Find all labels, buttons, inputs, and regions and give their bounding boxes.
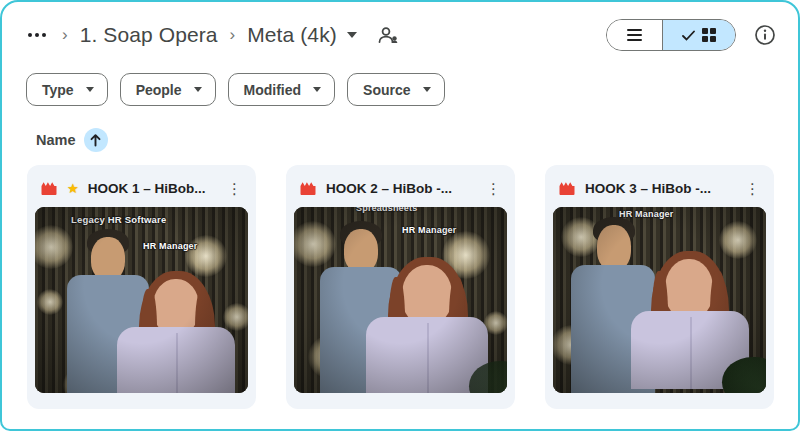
video-thumbnail[interactable]: Spreadsheets HR Manager (294, 207, 507, 393)
video-thumbnail[interactable]: Legacy HR Software HR Manager (35, 207, 248, 393)
layout-toggle (606, 19, 736, 51)
thumbnail-scene: HR Manager (553, 207, 766, 393)
video-file-icon (558, 181, 576, 196)
chevron-right-icon: › (62, 25, 68, 45)
drive-folder-window: › 1. Soap Opera › Meta (4k) (0, 0, 800, 431)
file-menu-icon[interactable]: ⋮ (480, 181, 507, 196)
video-file-icon (40, 181, 58, 196)
caret-down-icon (423, 87, 431, 92)
breadcrumb-parent-folder[interactable]: 1. Soap Opera (80, 23, 218, 47)
check-icon (682, 30, 695, 41)
filter-chip-label: People (136, 82, 182, 98)
man-figure (91, 237, 125, 281)
filter-chip-label: Source (363, 82, 410, 98)
man-figure (344, 229, 378, 273)
sort-direction-button[interactable] (84, 128, 108, 152)
file-grid: ★ HOOK 1 – HiBob... ⋮ (2, 152, 798, 409)
thumbnail-caption: HR Manager (402, 225, 457, 235)
thumbnail-scene: Spreadsheets HR Manager (294, 207, 507, 393)
thumbnail-caption: Spreadsheets (356, 207, 417, 213)
filter-chip-modified[interactable]: Modified (228, 73, 336, 106)
breadcrumb-current-folder[interactable]: Meta (4k) (247, 23, 337, 47)
plant-decor (722, 357, 766, 393)
sort-header: Name (2, 106, 798, 152)
folder-menu-caret-icon[interactable] (347, 32, 357, 38)
file-card-header: HOOK 3 – HiBob -... ⋮ (545, 165, 774, 207)
filter-chip-people[interactable]: People (120, 73, 216, 106)
file-card-hook-2[interactable]: HOOK 2 – HiBob -... ⋮ (286, 165, 515, 409)
caret-down-icon (313, 87, 321, 92)
man-figure (597, 225, 631, 271)
info-icon[interactable] (754, 24, 776, 46)
breadcrumb: › 1. Soap Opera › Meta (4k) (2, 2, 798, 52)
caret-down-icon (86, 87, 94, 92)
filter-chip-label: Type (42, 82, 74, 98)
filter-chip-label: Modified (244, 82, 302, 98)
manage-members-icon[interactable] (377, 26, 399, 44)
file-title: HOOK 1 – HiBob... (88, 181, 212, 196)
file-title: HOOK 2 – HiBob -... (326, 181, 471, 196)
video-thumbnail[interactable]: HR Manager (553, 207, 766, 393)
arrow-up-icon (89, 133, 102, 147)
grid-view-icon (702, 28, 716, 42)
chevron-right-icon: › (230, 25, 236, 45)
breadcrumb-overflow-icon[interactable] (24, 29, 50, 41)
thumbnail-caption: HR Manager (143, 241, 198, 251)
thumbnail-caption: Legacy HR Software (71, 214, 166, 225)
sort-by-name-button[interactable]: Name (36, 132, 76, 148)
file-card-hook-1[interactable]: ★ HOOK 1 – HiBob... ⋮ (27, 165, 256, 409)
filter-bar: Type People Modified Source (2, 52, 798, 106)
file-title: HOOK 3 – HiBob -... (585, 181, 730, 196)
thumbnail-caption: HR Manager (619, 209, 674, 219)
filter-chip-source[interactable]: Source (347, 73, 444, 106)
list-view-button[interactable] (607, 20, 663, 50)
star-icon: ★ (67, 181, 79, 196)
file-menu-icon[interactable]: ⋮ (221, 181, 248, 196)
file-menu-icon[interactable]: ⋮ (739, 181, 766, 196)
video-file-icon (299, 181, 317, 196)
grid-view-button[interactable] (663, 20, 735, 50)
list-view-icon (627, 29, 642, 41)
file-card-header: ★ HOOK 1 – HiBob... ⋮ (27, 165, 256, 207)
caret-down-icon (194, 87, 202, 92)
file-card-hook-3[interactable]: HOOK 3 – HiBob -... ⋮ (545, 165, 774, 409)
file-card-header: HOOK 2 – HiBob -... ⋮ (286, 165, 515, 207)
thumbnail-scene: Legacy HR Software HR Manager (35, 207, 248, 393)
filter-chip-type[interactable]: Type (26, 73, 108, 106)
